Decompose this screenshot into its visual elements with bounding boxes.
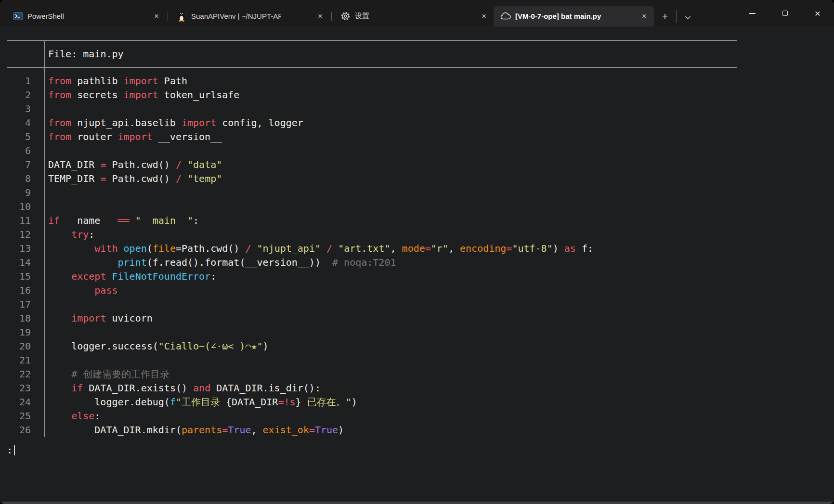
line-code: import uvicorn	[31, 311, 153, 325]
line-number: 19	[7, 325, 31, 339]
pager-row: :	[7, 443, 737, 457]
line-number: 6	[7, 144, 31, 158]
tab-close-icon[interactable]: ×	[152, 12, 161, 21]
line-code	[31, 325, 48, 339]
code-line: 9	[7, 186, 737, 200]
bat-file-view: File: main.py 1from pathlib import Path2…	[7, 40, 737, 457]
minimize-icon	[749, 13, 756, 14]
tab-title: PowerShell	[27, 12, 117, 20]
line-number: 7	[7, 158, 31, 172]
code-line: 25 else:	[7, 409, 737, 423]
line-number: 9	[7, 186, 31, 200]
file-header-label: File:	[48, 48, 77, 60]
code-line: 19	[7, 325, 737, 339]
line-code: with open(file=Path.cwd() / "njupt_api" …	[31, 242, 593, 256]
line-number: 1	[7, 74, 31, 88]
line-number: 15	[7, 270, 31, 284]
close-button[interactable]: ×	[801, 0, 834, 26]
code-line: 15 except FileNotFoundError:	[7, 270, 737, 284]
plus-icon: +	[662, 11, 668, 22]
line-code: from secrets import token_urlsafe	[31, 88, 239, 102]
maximize-icon	[782, 11, 788, 16]
new-tab-button[interactable]: +	[654, 6, 676, 26]
code-line: 3	[7, 102, 737, 116]
terminal-window: PowerShell×SuanAPIVenv | ~/NJUPT-API×设置×…	[0, 0, 834, 504]
line-number: 18	[7, 311, 31, 325]
line-number: 12	[7, 228, 31, 242]
code-line: 20 logger.success("Ciallo~(∠·ω< )⌒★")	[7, 339, 737, 353]
line-code: # 创建需要的工作目录	[31, 367, 169, 381]
tux-icon	[176, 11, 187, 22]
line-number: 22	[7, 367, 31, 381]
tab-separator	[168, 12, 168, 21]
code-line: 8TEMP_DIR = Path.cwd() / "temp"	[7, 172, 737, 186]
tab-title: SuanAPIVenv | ~/NJUPT-API	[191, 12, 281, 20]
line-code: from njupt_api.baselib import config, lo…	[31, 116, 303, 130]
code-line: 24 logger.debug(f"工作目录 {DATA_DIR=!s} 已存在…	[7, 395, 737, 409]
code-line: 21	[7, 353, 737, 367]
line-code: print(f.read().format(__version__)) # no…	[31, 256, 396, 270]
code-line: 14 print(f.read().format(__version__)) #…	[7, 256, 737, 270]
code-line: 4from njupt_api.baselib import config, l…	[7, 116, 737, 130]
code-line: 22 # 创建需要的工作目录	[7, 367, 737, 381]
line-code: try:	[31, 228, 94, 242]
cloud-icon	[500, 11, 511, 22]
line-number: 26	[7, 423, 31, 437]
line-number: 4	[7, 116, 31, 130]
powershell-icon	[13, 11, 23, 22]
code-line: 1from pathlib import Path	[7, 74, 737, 88]
titlebar-drag-region[interactable]	[699, 0, 736, 26]
code-line: 10	[7, 200, 737, 214]
tab-title: 设置	[355, 12, 444, 21]
minimize-button[interactable]	[736, 0, 769, 26]
close-icon: ×	[815, 8, 821, 18]
terminal-viewport[interactable]: File: main.py 1from pathlib import Path2…	[0, 26, 834, 502]
line-number: 17	[7, 297, 31, 311]
code-line: 12 try:	[7, 228, 737, 242]
window-bottom-edge	[0, 502, 834, 504]
line-number: 10	[7, 200, 31, 214]
line-number: 16	[7, 284, 31, 297]
line-number: 25	[7, 409, 31, 423]
chevron-down-icon	[685, 11, 691, 22]
line-code	[31, 186, 48, 200]
line-number: 5	[7, 130, 31, 144]
line-code	[31, 144, 48, 158]
tab-title: [VM-0-7-ope] bat main.py	[515, 12, 605, 20]
line-number: 24	[7, 395, 31, 409]
code-line: 18 import uvicorn	[7, 311, 737, 325]
line-number: 13	[7, 242, 31, 256]
tab[interactable]: SuanAPIVenv | ~/NJUPT-API×	[169, 6, 330, 26]
line-code	[31, 200, 48, 214]
tab-close-icon[interactable]: ×	[315, 12, 325, 21]
code-line: 7DATA_DIR = Path.cwd() / "data"	[7, 158, 737, 172]
pager-prompt: :	[7, 443, 13, 457]
line-number: 2	[7, 88, 31, 102]
code-line: 5from router import __version__	[7, 130, 737, 144]
line-code: DATA_DIR = Path.cwd() / "data"	[31, 158, 222, 172]
tab[interactable]: [VM-0-7-ope] bat main.py×	[494, 6, 654, 26]
tab-close-icon[interactable]: ×	[639, 12, 649, 21]
code-lines: 1from pathlib import Path2from secrets i…	[7, 68, 737, 437]
tab[interactable]: PowerShell×	[6, 6, 166, 26]
line-number: 3	[7, 102, 31, 116]
line-code	[31, 102, 48, 116]
line-number: 14	[7, 256, 31, 270]
code-line: 6	[7, 144, 737, 158]
line-code: if __name__ ══ "__main__":	[31, 214, 199, 228]
tab[interactable]: 设置×	[333, 6, 494, 26]
code-line: 17	[7, 297, 737, 311]
line-code	[31, 297, 48, 311]
tab-close-icon[interactable]: ×	[479, 12, 489, 21]
line-code: DATA_DIR.mkdir(parents=True, exist_ok=Tr…	[31, 423, 344, 437]
line-number: 23	[7, 381, 31, 395]
maximize-button[interactable]	[769, 0, 801, 26]
line-number: 20	[7, 339, 31, 353]
line-code: from router import __version__	[31, 130, 222, 144]
line-code: logger.debug(f"工作目录 {DATA_DIR=!s} 已存在。")	[31, 395, 357, 409]
code-line: 13 with open(file=Path.cwd() / "njupt_ap…	[7, 242, 737, 256]
line-code: from pathlib import Path	[31, 74, 187, 88]
tab-dropdown-button[interactable]	[677, 6, 699, 26]
tab-bar: PowerShell×SuanAPIVenv | ~/NJUPT-API×设置×…	[0, 0, 834, 26]
code-line: 2from secrets import token_urlsafe	[7, 88, 737, 102]
